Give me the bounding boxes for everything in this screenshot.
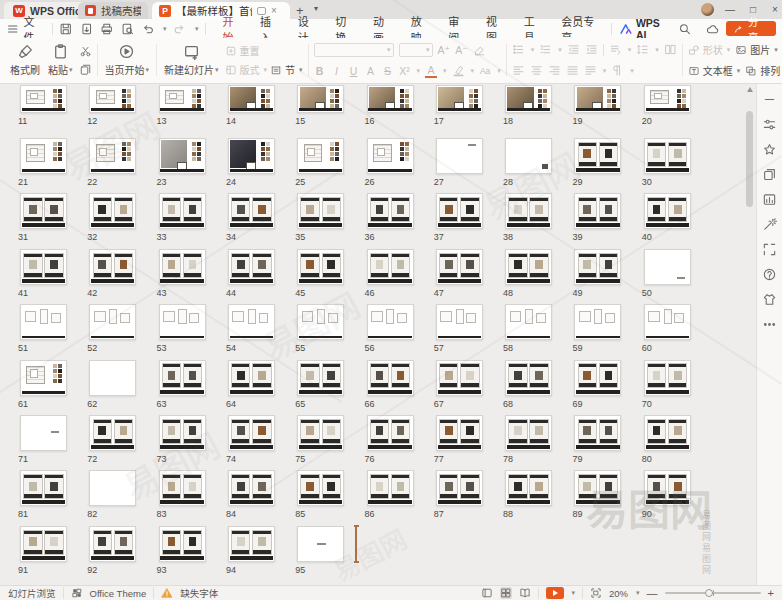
section-button[interactable]: 节▾	[270, 62, 303, 77]
slide-thumbnail[interactable]	[297, 360, 344, 396]
shapes-button[interactable]: 形状▾	[688, 42, 731, 57]
slide-thumbnail[interactable]	[228, 193, 275, 229]
slide-thumbnail[interactable]	[159, 193, 206, 229]
share-button[interactable]: 分享	[726, 21, 776, 36]
slide-thumbnail[interactable]	[644, 470, 691, 506]
zoom-dropdown[interactable]: ▾	[636, 589, 640, 597]
slide-thumbnail[interactable]	[505, 249, 552, 285]
slide-thumbnail[interactable]	[505, 85, 552, 113]
slide-thumbnail[interactable]	[436, 360, 483, 396]
increase-indent-button[interactable]	[585, 43, 598, 56]
slide-thumbnail[interactable]	[20, 470, 67, 506]
reset-slide-button[interactable]: 重置	[225, 43, 303, 58]
slide-thumbnail[interactable]	[367, 193, 414, 229]
char-shadow-button[interactable]: A	[365, 65, 377, 77]
underline-button[interactable]: U	[348, 65, 360, 77]
redo-icon[interactable]	[173, 22, 186, 36]
line-spacing-button[interactable]	[636, 43, 649, 56]
slide-thumbnail[interactable]	[159, 526, 206, 562]
fit-slide-button[interactable]	[590, 587, 602, 599]
slide-thumbnail[interactable]	[574, 415, 621, 451]
slide-thumbnail[interactable]	[20, 85, 67, 113]
doc-tab-template[interactable]: 找稿壳模板	[78, 2, 148, 19]
font-size-select[interactable]: ▾	[399, 43, 433, 57]
slide-thumbnail[interactable]	[297, 193, 344, 229]
slide-thumbnail[interactable]	[20, 415, 67, 451]
skin-icon[interactable]	[762, 292, 777, 307]
slide-thumbnail[interactable]	[436, 470, 483, 506]
slide-thumbnail[interactable]	[159, 249, 206, 285]
play-from-current-button[interactable]: 当页开始▾	[103, 41, 152, 79]
phonetic-guide-button[interactable]: Aa	[479, 66, 491, 76]
slide-thumbnail[interactable]	[228, 304, 275, 340]
format-painter-button[interactable]: 格式刷	[8, 41, 42, 79]
decrease-indent-button[interactable]	[567, 43, 580, 56]
slide-thumbnail[interactable]	[297, 304, 344, 340]
distribute-button[interactable]	[584, 64, 597, 77]
slide-thumbnail[interactable]	[574, 470, 621, 506]
slide-thumbnail[interactable]	[367, 360, 414, 396]
columns-button[interactable]	[664, 43, 677, 56]
slide-thumbnail[interactable]	[505, 360, 552, 396]
slide-thumbnail[interactable]	[89, 360, 136, 396]
cloud-status-icon[interactable]	[706, 22, 719, 36]
slide-thumbnail[interactable]	[159, 304, 206, 340]
slide-thumbnail[interactable]	[644, 85, 691, 113]
chartpic-icon[interactable]	[762, 192, 777, 207]
bullet-list-button[interactable]	[512, 43, 525, 56]
numbered-list-button[interactable]	[539, 43, 552, 56]
vertical-scrollbar[interactable]	[744, 84, 756, 585]
highlight-color-button[interactable]	[452, 64, 465, 77]
slide-thumbnail[interactable]	[228, 470, 275, 506]
slide-thumbnail[interactable]	[20, 304, 67, 340]
slide-thumbnail[interactable]	[20, 526, 67, 562]
slide-thumbnail[interactable]	[159, 470, 206, 506]
undo-icon[interactable]	[141, 22, 154, 36]
missing-fonts-label[interactable]: 缺失字体	[180, 586, 218, 600]
slide-thumbnail[interactable]	[228, 138, 275, 174]
arrange-button[interactable]: 排列▾	[745, 63, 782, 78]
zoom-slider[interactable]	[665, 592, 761, 594]
increase-font-button[interactable]: A⁺	[438, 44, 451, 56]
slide-thumbnail[interactable]	[297, 85, 344, 113]
slide-thumbnail[interactable]	[436, 193, 483, 229]
adjust-icon[interactable]	[762, 117, 777, 132]
slide-thumbnail[interactable]	[89, 249, 136, 285]
wand-icon[interactable]	[762, 217, 777, 232]
slide-thumbnail[interactable]	[159, 415, 206, 451]
font-name-select[interactable]: ▾	[314, 43, 394, 57]
cut-button[interactable]	[79, 45, 92, 58]
slide-thumbnail[interactable]	[20, 193, 67, 229]
slide-thumbnail[interactable]	[20, 249, 67, 285]
italic-button[interactable]: I	[331, 65, 343, 77]
slide-thumbnail[interactable]	[367, 470, 414, 506]
slide-thumbnail[interactable]	[574, 193, 621, 229]
slide-thumbnail[interactable]	[228, 526, 275, 562]
slide-thumbnail[interactable]	[574, 85, 621, 113]
minimize-button[interactable]: —	[720, 0, 740, 18]
slide-thumbnail[interactable]	[436, 415, 483, 451]
slide-thumbnail[interactable]	[89, 304, 136, 340]
zoom-in-button[interactable]: +	[768, 587, 774, 599]
slide-sorter-view-button[interactable]	[500, 587, 512, 599]
font-color-button[interactable]: A	[425, 64, 437, 78]
decrease-font-button[interactable]: A⁻	[455, 44, 468, 56]
slide-thumbnail[interactable]	[505, 138, 552, 174]
justify-button[interactable]	[566, 64, 579, 77]
picture-button[interactable]: 图片▾	[735, 42, 778, 57]
strikethrough-button[interactable]: S	[382, 65, 394, 77]
paste-button[interactable]: 粘贴▾	[46, 41, 75, 79]
print-icon[interactable]	[100, 22, 113, 36]
slide-thumbnail[interactable]	[228, 249, 275, 285]
slide-thumbnail[interactable]	[297, 415, 344, 451]
slide-thumbnail[interactable]	[644, 304, 691, 340]
slide-thumbnail[interactable]	[89, 526, 136, 562]
layout-button[interactable]: 版式▾	[225, 62, 268, 77]
slide-thumbnail[interactable]	[505, 470, 552, 506]
search-icon[interactable]	[678, 22, 691, 36]
slide-thumbnail[interactable]	[228, 415, 275, 451]
slide-thumbnail[interactable]	[505, 304, 552, 340]
slide-thumbnail[interactable]	[644, 193, 691, 229]
redo-dropdown[interactable]: ▾	[195, 25, 199, 33]
slide-thumbnail[interactable]	[228, 85, 275, 113]
